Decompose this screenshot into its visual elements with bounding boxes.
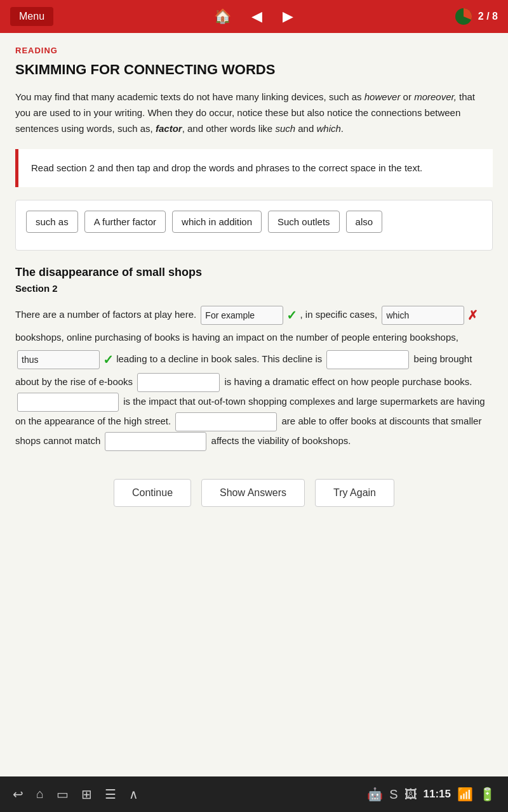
- drop-zone-4[interactable]: [326, 350, 409, 369]
- passage-text-9: affects the viability of bookshops.: [211, 435, 351, 446]
- chip-which-in-addition[interactable]: which in addition: [172, 211, 262, 233]
- sys-icons-left: ↩ ⌂ ▭ ⊞ ☰ ∧: [13, 787, 138, 802]
- section-heading: The disappearance of small shops: [15, 266, 493, 279]
- progress-area: 2 / 8: [454, 7, 498, 26]
- nav-icons: 🏠 ◀ ▶: [214, 8, 293, 25]
- home-sys-icon[interactable]: ⌂: [36, 787, 44, 802]
- drop-zone-1[interactable]: For example: [201, 306, 283, 325]
- word-bank-row: such as A further factor which in additi…: [26, 211, 482, 233]
- instruction-box: Read section 2 and then tap and drop the…: [15, 149, 493, 187]
- chip-further-factor[interactable]: A further factor: [84, 211, 166, 233]
- forward-icon[interactable]: ▶: [283, 8, 293, 25]
- passage-text-6: is having a dramatic effect on how peopl…: [224, 376, 472, 387]
- reading-label: READING: [15, 46, 493, 55]
- battery-icon: 🔋: [479, 787, 495, 802]
- skype-icon: S: [389, 787, 398, 802]
- up-sys-icon[interactable]: ∧: [129, 787, 138, 802]
- passage-text-4: leading to a decline in book sales. This…: [116, 353, 324, 364]
- chip-such-as[interactable]: such as: [26, 211, 78, 233]
- passage-text-2: , in specific cases,: [300, 309, 380, 320]
- dz2-cross: ✗: [467, 308, 478, 322]
- drop-zone-3[interactable]: thus: [17, 350, 100, 369]
- back-icon[interactable]: ◀: [251, 8, 262, 25]
- sys-icons-right: 🤖 S 🖼 11:15 📶 🔋: [367, 787, 495, 802]
- dz3-check: ✓: [103, 353, 114, 367]
- back-sys-icon[interactable]: ↩: [13, 787, 23, 802]
- buttons-row: Continue Show Answers Try Again: [15, 469, 493, 520]
- wifi-icon: 📶: [457, 787, 473, 802]
- menu-button[interactable]: Menu: [10, 7, 53, 26]
- dz1-text: For example: [205, 306, 255, 324]
- system-time: 11:15: [424, 788, 451, 801]
- drop-zone-7[interactable]: [175, 412, 277, 431]
- dz1-check: ✓: [286, 308, 297, 322]
- dz2-text: which: [386, 306, 409, 324]
- main-content: READING SKIMMING FOR CONNECTING WORDS Yo…: [0, 33, 508, 776]
- passage: There are a number of factors at play he…: [15, 303, 493, 451]
- section-sub: Section 2: [15, 283, 493, 294]
- progress-text: 2 / 8: [478, 11, 498, 22]
- dz3-text: thus: [22, 351, 38, 369]
- show-answers-button[interactable]: Show Answers: [201, 479, 305, 507]
- android-icon: 🤖: [367, 787, 383, 802]
- try-again-button[interactable]: Try Again: [315, 479, 394, 507]
- menu-sys-icon[interactable]: ☰: [105, 787, 116, 802]
- page-title: SKIMMING FOR CONNECTING WORDS: [15, 62, 493, 78]
- chip-such-outlets[interactable]: Such outlets: [268, 211, 340, 233]
- drop-zone-8[interactable]: [105, 432, 206, 451]
- drop-zone-5[interactable]: [137, 373, 220, 392]
- top-bar: Menu 🏠 ◀ ▶ 2 / 8: [0, 0, 508, 33]
- drop-zone-6[interactable]: [17, 393, 119, 412]
- photo-icon: 🖼: [404, 787, 417, 802]
- home-icon[interactable]: 🏠: [214, 8, 231, 25]
- word-bank: such as A further factor which in additi…: [15, 200, 493, 251]
- drop-zone-2[interactable]: which: [382, 306, 464, 325]
- continue-button[interactable]: Continue: [114, 479, 191, 507]
- passage-text-3: bookshops, online purchasing of books is…: [15, 332, 458, 343]
- passage-text-1: There are a number of factors at play he…: [15, 309, 199, 320]
- intro-text: You may find that many academic texts do…: [15, 89, 493, 136]
- progress-chart: [454, 7, 473, 26]
- grid-sys-icon[interactable]: ⊞: [81, 787, 92, 802]
- recents-sys-icon[interactable]: ▭: [57, 787, 69, 802]
- chip-also[interactable]: also: [346, 211, 383, 233]
- system-bar: ↩ ⌂ ▭ ⊞ ☰ ∧ 🤖 S 🖼 11:15 📶 🔋: [0, 776, 508, 812]
